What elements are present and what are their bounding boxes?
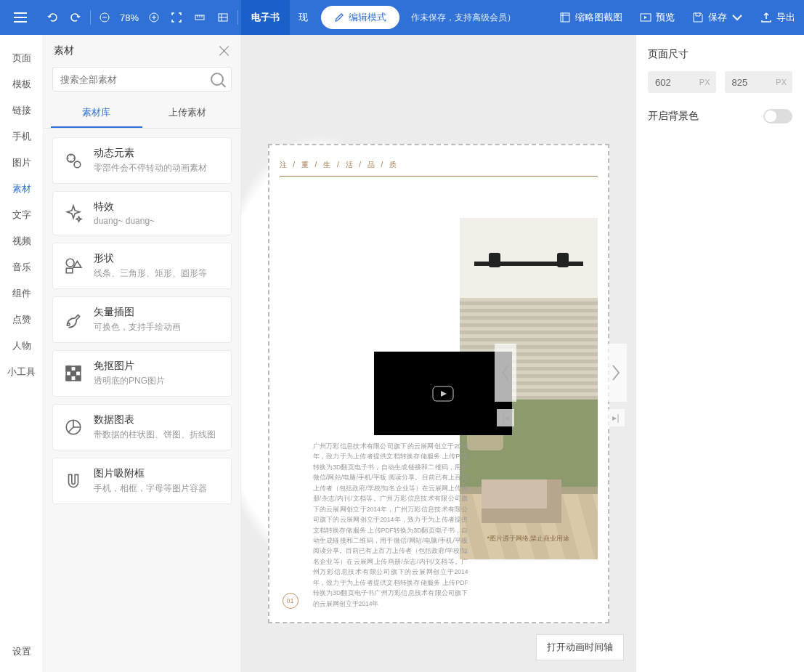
tab-ebook[interactable]: 电子书	[241, 0, 290, 35]
svg-rect-16	[76, 376, 81, 381]
prev-page-button[interactable]	[495, 344, 516, 402]
transparency-icon	[63, 363, 84, 384]
topbar: 78% 电子书 现 编辑模式 作未保存，支持高级会员） 缩略图截图 预览 保存 …	[0, 0, 804, 35]
svg-rect-13	[76, 366, 81, 371]
rail-template[interactable]: 模板	[0, 71, 43, 97]
width-field[interactable]: 602PX	[648, 71, 716, 93]
svg-point-8	[66, 259, 74, 267]
edit-icon	[334, 12, 344, 23]
rail-component[interactable]: 组件	[0, 280, 43, 307]
svg-rect-14	[71, 371, 76, 376]
page-number-badge[interactable]: 01	[283, 593, 299, 609]
page-header-text[interactable]: 注 / 重 / 生 / 活 / 品 / 质	[280, 155, 598, 177]
export-button[interactable]: 导出	[752, 0, 804, 35]
play-icon	[640, 12, 651, 23]
canvas-area[interactable]: 注 / 重 / 生 / 活 / 品 / 质 *图片源于网络,禁止商业用途 广州万…	[241, 35, 636, 672]
rail-audio[interactable]: 音乐	[0, 254, 43, 280]
rail-settings[interactable]: 设置	[0, 639, 43, 665]
next-page-button[interactable]	[605, 344, 627, 402]
rail-link[interactable]: 链接	[0, 97, 43, 124]
redo-button[interactable]	[64, 0, 87, 35]
rail-page[interactable]: 页面	[0, 45, 43, 71]
svg-point-7	[74, 161, 81, 168]
edit-mode-pill[interactable]: 编辑模式	[321, 6, 399, 29]
gear-icon	[63, 150, 84, 171]
left-rail: 页面 模板 链接 手机 图片 素材 文字 视频 音乐 组件 点赞 人物 小工具 …	[0, 35, 44, 672]
rail-widgets[interactable]: 小工具	[0, 359, 43, 385]
export-icon	[760, 12, 772, 23]
svg-rect-9	[66, 268, 73, 273]
chart-icon	[63, 417, 84, 437]
zoom-in-button[interactable]	[143, 0, 165, 35]
rail-image[interactable]: 图片	[0, 150, 43, 176]
bg-color-label: 开启背景色	[648, 110, 699, 123]
page-body-text[interactable]: 广州万彩信息技术有限公司旗下的云展网创立于2014年，致力于为上传者提供文档转换…	[313, 441, 468, 609]
zoom-out-button[interactable]	[94, 0, 115, 35]
sparkle-icon	[63, 203, 84, 224]
play-icon	[432, 386, 454, 402]
save-icon	[692, 12, 704, 23]
rail-assets[interactable]: 素材	[0, 176, 43, 202]
dimension-title: 页面尺寸	[648, 48, 792, 61]
save-status: 作未保存，支持高级会员）	[404, 12, 523, 24]
panel-title: 素材	[54, 44, 74, 57]
search-input[interactable]	[60, 74, 211, 85]
card-effects[interactable]: 特效duang~ duang~	[52, 191, 232, 235]
crop-icon	[559, 12, 571, 23]
tab-library[interactable]: 素材库	[51, 99, 142, 128]
rail-phone[interactable]: 手机	[0, 124, 43, 150]
shapes-icon	[63, 256, 84, 276]
rail-like[interactable]: 点赞	[0, 307, 43, 333]
card-cutout[interactable]: 免抠图片透明底的PNG图片	[52, 350, 232, 397]
fit-screen-button[interactable]	[165, 0, 188, 35]
zoom-level: 78%	[115, 12, 143, 23]
chevron-down-icon	[731, 12, 743, 23]
assets-panel: 素材 素材库 上传素材 动态元素零部件会不停转动的动画素材 特效duang~ d…	[44, 35, 241, 672]
save-button[interactable]: 保存	[683, 0, 752, 35]
photo-caption: *图片源于网络,禁止商业用途	[460, 534, 598, 543]
thumbnail-button[interactable]: 缩略图截图	[551, 0, 631, 35]
card-dynamic[interactable]: 动态元素零部件会不停转动的动画素材	[52, 137, 232, 184]
svg-rect-15	[66, 376, 71, 381]
tab-upload[interactable]: 上传素材	[142, 99, 234, 128]
properties-panel: 页面尺寸 602PX 825PX 开启背景色	[636, 35, 804, 672]
rail-video[interactable]: 视频	[0, 228, 43, 254]
svg-rect-4	[561, 13, 569, 22]
svg-point-10	[68, 323, 70, 325]
magnet-icon	[63, 471, 84, 491]
page-video-element[interactable]	[374, 352, 512, 435]
search-icon	[211, 73, 224, 86]
undo-button[interactable]	[41, 0, 64, 35]
guides-button[interactable]	[211, 0, 235, 35]
card-shapes[interactable]: 形状线条、三角形、矩形、圆形等	[52, 243, 232, 289]
page-canvas[interactable]: 注 / 重 / 生 / 活 / 品 / 质 *图片源于网络,禁止商业用途 广州万…	[268, 144, 609, 623]
ruler-button[interactable]	[188, 0, 211, 35]
open-timeline-button[interactable]: 打开动画时间轴	[536, 634, 624, 660]
bg-color-toggle[interactable]	[763, 109, 792, 124]
hamburger-menu[interactable]	[0, 0, 41, 35]
pen-icon	[63, 309, 84, 330]
card-vector[interactable]: 矢量插图可换色，支持手绘动画	[52, 296, 232, 343]
asset-categories: 动态元素零部件会不停转动的动画素材 特效duang~ duang~ 形状线条、三…	[44, 129, 240, 520]
preview-button[interactable]: 预览	[631, 0, 683, 35]
last-page-button[interactable]: ▸|	[607, 409, 625, 426]
card-charts[interactable]: 数据图表带数据的柱状图、饼图、折线图	[52, 404, 232, 450]
tab-other[interactable]: 现	[290, 0, 317, 35]
first-page-button[interactable]: |◂	[497, 409, 514, 426]
height-field[interactable]: 825PX	[725, 71, 793, 93]
search-box[interactable]	[52, 67, 232, 92]
card-frames[interactable]: 图片吸附框手机，相框，字母等图片容器	[52, 458, 232, 504]
rail-text[interactable]: 文字	[0, 202, 43, 228]
panel-close-button[interactable]	[219, 45, 230, 57]
rail-person[interactable]: 人物	[0, 333, 43, 359]
svg-rect-12	[66, 366, 71, 371]
